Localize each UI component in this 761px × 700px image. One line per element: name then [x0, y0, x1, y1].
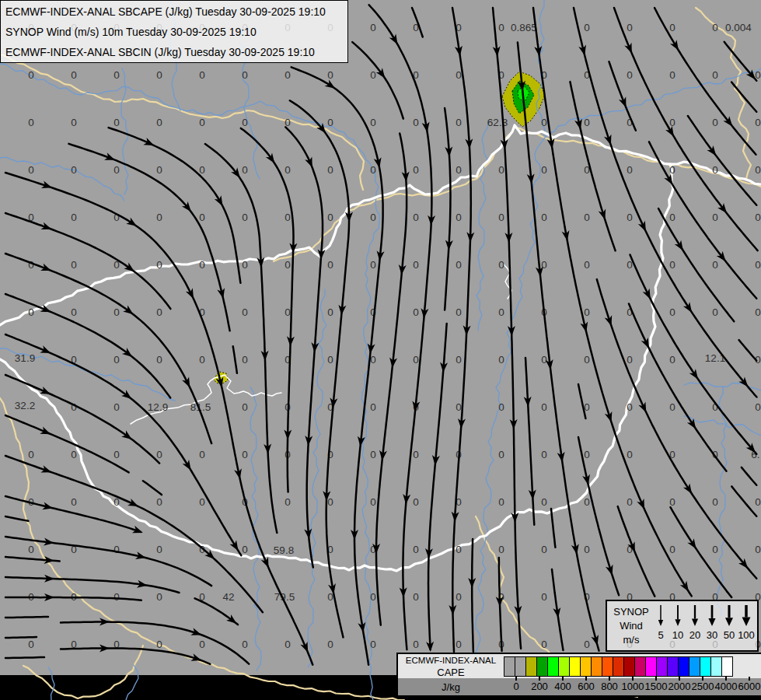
sbcin-grid-value: 0: [156, 591, 162, 603]
sbcin-grid-value: 0: [370, 496, 376, 508]
sbcin-grid-value: 0: [541, 639, 547, 650]
sbcin-grid-value: 0: [413, 544, 419, 555]
cape-scale-value: 2000: [668, 681, 691, 692]
sbcin-grid-value: 0: [456, 306, 462, 318]
cape-scale-value: 800: [601, 681, 618, 692]
sbcin-grid-value: 0: [28, 259, 34, 271]
cape-scale-value: 2500: [692, 681, 714, 692]
cape-scale-value: 1500: [645, 681, 668, 692]
sbcin-grid-value: 0: [199, 164, 205, 176]
sbcin-grid-value: 0: [156, 212, 162, 223]
wind-speed-value: 50: [724, 629, 735, 641]
sbcin-grid-value: 0: [456, 212, 462, 223]
sbcin-grid-value: 0: [712, 306, 718, 318]
sbcin-grid-value: 0: [413, 306, 419, 318]
cape-color-bar: [504, 656, 733, 677]
sbcin-grid-value: 0: [755, 212, 761, 223]
sbcin-grid-value: 0: [627, 496, 633, 508]
cape-scale-value: 1000: [622, 681, 644, 692]
sbcin-grid-value: 0: [242, 401, 248, 413]
sbcin-grid-value: 0: [28, 306, 34, 318]
cape-color-swatch: [515, 656, 526, 677]
sbcin-grid-value: 0: [584, 306, 590, 318]
cape-scale-value: 4000: [715, 681, 738, 692]
sbcin-grid-value: 0: [413, 496, 419, 508]
sbcin-grid-value: 0: [712, 117, 718, 128]
index-value-label: 59.8: [274, 544, 294, 556]
wind-speed-value: 20: [689, 629, 700, 641]
cape-color-swatch: [569, 656, 581, 677]
sbcin-grid-value: 0: [755, 117, 761, 128]
cape-scale-value: 0: [513, 681, 518, 692]
sbcin-grid-value: 0: [71, 164, 77, 176]
sbcin-grid-value: 0: [370, 22, 376, 33]
wind-speed-arrow-icon: [738, 603, 754, 628]
sbcin-grid-value: 0: [327, 117, 333, 128]
sbcin-grid-value: 0: [584, 449, 590, 460]
sbcin-grid-value: 0: [413, 354, 419, 366]
sbcin-grid-value: 0: [370, 401, 376, 413]
sbcin-grid-value: 0: [669, 496, 675, 508]
wind-speed-arrow-icon: [653, 603, 668, 628]
sbcin-grid-value: 0: [755, 164, 761, 176]
sbcin-grid-value: 0: [712, 259, 718, 271]
sbcin-grid-value: 0: [413, 639, 419, 650]
index-value-label: 12.9: [148, 401, 168, 413]
sbcin-grid-value: 0: [285, 212, 291, 223]
cape-color-swatch: [558, 656, 570, 677]
sbcin-grid-value: 0: [669, 401, 675, 413]
sbcin-grid-value: 0: [156, 164, 162, 176]
index-value-label: 42: [222, 591, 234, 603]
sbcin-grid-value: 0: [627, 212, 633, 223]
sbcin-grid-value: 0: [285, 639, 291, 650]
sbcin-grid-value: 0: [755, 401, 761, 413]
sbcin-grid-value: 0: [413, 591, 419, 603]
cape-color-swatch: [700, 656, 711, 677]
wind-speed-arrow-icon: [670, 603, 686, 628]
cape-legend-subtitle: CAPE: [398, 667, 504, 678]
sbcin-grid-value: 0: [199, 69, 205, 81]
cape-color-swatch: [536, 656, 548, 677]
sbcin-grid-value: 0: [242, 164, 248, 176]
wind-speed-value: 30: [707, 629, 717, 641]
sbcin-grid-value: 0: [199, 212, 205, 223]
sbcin-grid-value: 0: [456, 259, 462, 271]
sbcin-grid-value: 0: [199, 449, 205, 460]
synop-wind-legend: SYNOP Wind m/s 510203050100: [606, 600, 759, 652]
sbcin-grid-value: 0: [755, 306, 761, 318]
sbcin-grid-value: 0: [669, 544, 675, 555]
sbcin-grid-value: 0: [669, 354, 675, 366]
sbcin-grid-value: 0: [498, 306, 504, 318]
sbcin-grid-value: 0: [456, 117, 462, 128]
sbcin-grid-value: 0: [242, 449, 248, 460]
sbcin-grid-value: 0: [498, 354, 504, 366]
wind-speed-value: 5: [658, 629, 663, 641]
index-value-label: 31.9: [15, 352, 35, 364]
cape-scale-value: 600: [578, 681, 595, 692]
cape-color-swatch: [667, 656, 679, 677]
sbcin-grid-value: 0: [327, 639, 333, 650]
wind-speed-column: 50: [721, 603, 738, 649]
sbcin-grid-value: 0: [669, 164, 675, 176]
sbcin-grid-value: 0: [71, 306, 77, 318]
cape-color-swatch: [580, 656, 592, 677]
cape-color-swatch: [656, 656, 668, 677]
sbcin-grid-value: 0: [327, 164, 333, 176]
sbcin-grid-value: 0: [584, 544, 590, 555]
sbcin-grid-value: 0: [541, 449, 547, 460]
wind-speed-column: 30: [703, 603, 721, 649]
wind-streamline: [5, 617, 48, 618]
cape-color-swatch: [504, 656, 515, 677]
sbcin-grid-value: 0: [456, 401, 462, 413]
synop-speed-columns: 510203050100: [652, 603, 755, 649]
sbcin-grid-value: 0: [370, 591, 376, 603]
sbcin-grid-value: 0: [242, 639, 248, 650]
sbcin-grid-value: 0: [242, 354, 248, 366]
sbcin-grid-value: 0: [113, 306, 120, 318]
map-title-box: ECMWF-INDEX-ANAL SBCAPE (J/kg) Tuesday 3…: [0, 0, 348, 63]
sbcin-grid-value: 0: [584, 259, 590, 271]
sbcin-grid-value: 0: [370, 639, 376, 650]
weather-map-viewport: 0000000000000000000000000000000000000000…: [0, 0, 761, 700]
sbcin-grid-value: 0: [541, 544, 547, 555]
sbcin-grid-value: 0: [669, 306, 675, 318]
